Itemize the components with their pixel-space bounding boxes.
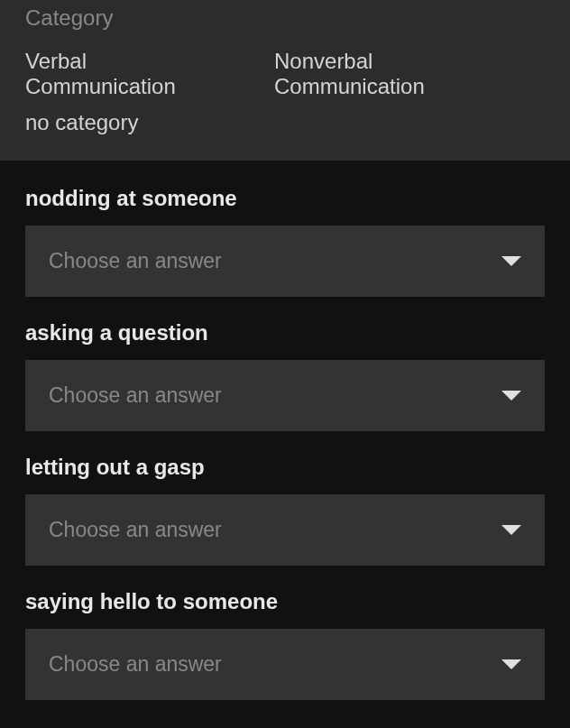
- dropdown-placeholder: Choose an answer: [49, 652, 222, 677]
- category-option-nonverbal[interactable]: Nonverbal Communication: [274, 49, 482, 99]
- dropdown-placeholder: Choose an answer: [49, 518, 222, 542]
- question-label: letting out a gasp: [25, 455, 545, 480]
- category-option-none[interactable]: no category: [25, 110, 138, 135]
- question-item: nodding at someone Choose an answer: [25, 186, 545, 297]
- dropdown-placeholder: Choose an answer: [49, 383, 222, 408]
- dropdown-placeholder: Choose an answer: [49, 249, 222, 273]
- chevron-down-icon: [501, 525, 521, 535]
- question-item: asking a question Choose an answer: [25, 320, 545, 431]
- chevron-down-icon: [501, 391, 521, 401]
- question-label: nodding at someone: [25, 186, 545, 211]
- question-label: asking a question: [25, 320, 545, 346]
- category-section: Category Verbal Communication Nonverbal …: [0, 0, 570, 161]
- answer-dropdown[interactable]: Choose an answer: [25, 629, 545, 700]
- answer-dropdown[interactable]: Choose an answer: [25, 226, 545, 297]
- chevron-down-icon: [501, 659, 521, 669]
- category-option-verbal[interactable]: Verbal Communication: [25, 49, 233, 99]
- chevron-down-icon: [501, 256, 521, 266]
- answer-dropdown[interactable]: Choose an answer: [25, 494, 545, 566]
- answer-dropdown[interactable]: Choose an answer: [25, 360, 545, 431]
- question-label: saying hello to someone: [25, 589, 545, 614]
- category-options: Verbal Communication Nonverbal Communica…: [25, 49, 545, 135]
- category-heading: Category: [25, 0, 545, 49]
- question-item: saying hello to someone Choose an answer: [25, 589, 545, 700]
- question-item: letting out a gasp Choose an answer: [25, 455, 545, 566]
- questions-section: nodding at someone Choose an answer aski…: [0, 161, 570, 728]
